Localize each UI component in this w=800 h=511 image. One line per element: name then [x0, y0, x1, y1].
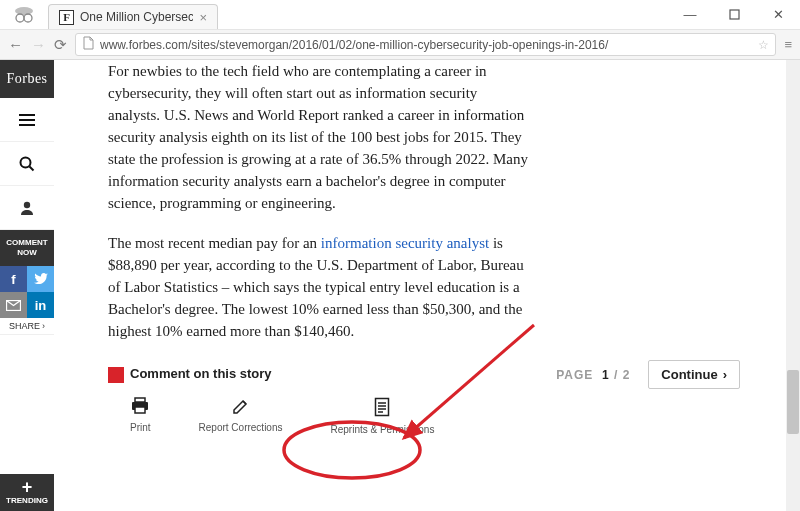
left-rail: Forbes COMMENT NOW f in SHARE › — [0, 60, 54, 511]
incognito-icon — [0, 0, 48, 29]
article-paragraph: For newbies to the tech field who are co… — [108, 60, 528, 214]
window-minimize-button[interactable]: — — [668, 0, 712, 29]
report-corrections-button[interactable]: Report Corrections — [199, 397, 283, 435]
chevron-right-icon: › — [42, 321, 45, 331]
favicon-forbes-icon: F — [59, 10, 74, 25]
reload-button[interactable]: ⟳ — [54, 36, 67, 54]
svg-point-5 — [24, 201, 30, 207]
comment-now-line2: NOW — [2, 248, 52, 258]
browser-menu-button[interactable]: ≡ — [784, 37, 792, 52]
search-button[interactable] — [0, 142, 54, 186]
tab-close-icon[interactable]: × — [199, 10, 207, 25]
window-maximize-button[interactable] — [712, 0, 756, 29]
svg-point-2 — [24, 14, 32, 22]
comment-now-button[interactable]: COMMENT NOW — [0, 230, 54, 266]
comment-pager-row: Comment on this story PAGE 1 / 2 Continu… — [108, 360, 740, 389]
browser-tab[interactable]: F One Million Cybersecurity × — [48, 4, 218, 29]
hamburger-menu-button[interactable] — [0, 98, 54, 142]
article-paragraph: The most recent median pay for an inform… — [108, 232, 528, 342]
pencil-icon — [232, 397, 250, 420]
svg-point-1 — [16, 14, 24, 22]
comment-on-story[interactable]: Comment on this story — [108, 366, 272, 383]
back-button[interactable]: ← — [8, 36, 23, 53]
inline-link-information-security-analyst[interactable]: information security analyst — [321, 235, 489, 251]
share-grid: f in — [0, 266, 54, 318]
share-email-button[interactable] — [0, 292, 27, 318]
address-bar[interactable]: www.forbes.com/sites/stevemorgan/2016/01… — [75, 33, 776, 56]
share-label: SHARE › — [0, 318, 54, 335]
bookmark-star-icon[interactable]: ☆ — [758, 38, 769, 52]
url-text: www.forbes.com/sites/stevemorgan/2016/01… — [100, 38, 752, 52]
svg-rect-3 — [730, 10, 739, 19]
print-icon — [130, 397, 150, 420]
red-square-icon — [108, 367, 124, 383]
window-close-button[interactable]: ✕ — [756, 0, 800, 29]
forward-button[interactable]: → — [31, 36, 46, 53]
window-controls: — ✕ — [668, 0, 800, 29]
trending-label: TRENDING — [6, 496, 48, 505]
window-titlebar: F One Million Cybersecurity × — ✕ — [0, 0, 800, 30]
comment-now-line1: COMMENT — [2, 238, 52, 248]
print-button[interactable]: Print — [130, 397, 151, 435]
svg-point-0 — [15, 7, 33, 15]
vertical-scrollbar[interactable] — [786, 60, 800, 511]
page-indicator: PAGE 1 / 2 — [556, 368, 630, 382]
profile-button[interactable] — [0, 186, 54, 230]
tab-title: One Million Cybersecurity — [80, 10, 193, 24]
svg-rect-9 — [135, 407, 145, 413]
svg-rect-7 — [135, 398, 145, 402]
share-linkedin-button[interactable]: in — [27, 292, 54, 318]
browser-toolbar: ← → ⟳ www.forbes.com/sites/stevemorgan/2… — [0, 30, 800, 60]
plus-icon: + — [0, 478, 54, 496]
page-icon — [82, 36, 94, 53]
scrollbar-thumb[interactable] — [787, 370, 799, 434]
trending-button[interactable]: + TRENDING — [0, 474, 54, 511]
reprints-permissions-button[interactable]: Reprints & Permissions — [330, 397, 434, 435]
page-body: Forbes COMMENT NOW f in SHARE › — [0, 60, 800, 511]
share-twitter-button[interactable] — [27, 266, 54, 292]
continue-button[interactable]: Continue › — [648, 360, 740, 389]
forbes-logo[interactable]: Forbes — [0, 60, 54, 98]
article-column: For newbies to the tech field who are co… — [54, 60, 800, 511]
chevron-right-icon: › — [723, 367, 727, 382]
share-facebook-button[interactable]: f — [0, 266, 27, 292]
article-actions: Print Report Corrections Reprints & Perm… — [130, 397, 740, 435]
document-icon — [374, 397, 390, 422]
svg-rect-10 — [376, 399, 389, 416]
svg-point-4 — [21, 157, 31, 167]
